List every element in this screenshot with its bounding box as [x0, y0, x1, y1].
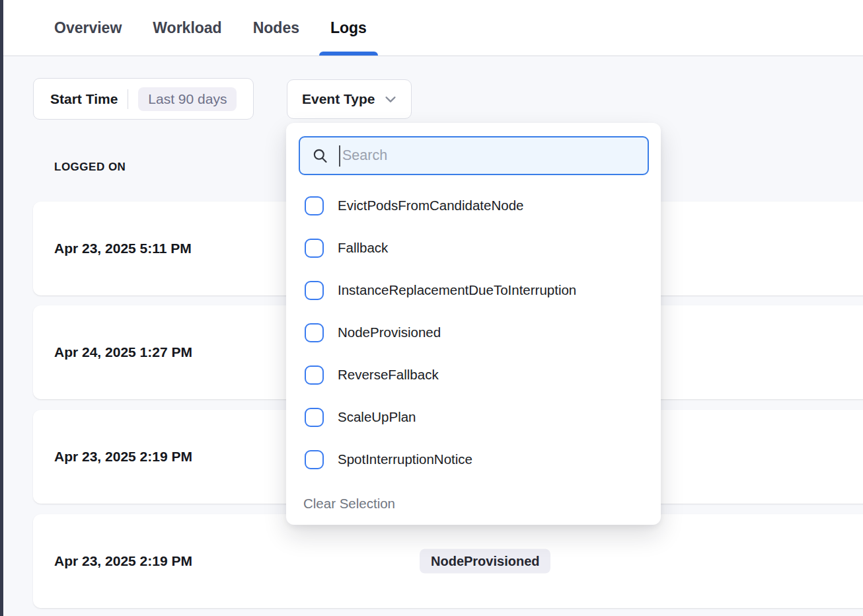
option-reversefallback[interactable]: ReverseFallback	[286, 354, 661, 396]
option-label: EvictPodsFromCandidateNode	[338, 198, 523, 213]
checkbox-unchecked[interactable]	[305, 450, 324, 469]
start-time-filter[interactable]: Start Time Last 90 days	[33, 78, 254, 120]
tab-overview[interactable]: Overview	[54, 0, 122, 56]
option-label: ScaleUpPlan	[338, 409, 416, 425]
tab-bar: Overview Workload Nodes Logs	[3, 0, 863, 56]
log-row[interactable]: Apr 23, 2025 2:19 PM NodeProvisioned	[33, 514, 863, 608]
checkbox-unchecked[interactable]	[305, 323, 324, 342]
option-scaleupplan[interactable]: ScaleUpPlan	[286, 396, 661, 438]
event-type-dropdown: EvictPodsFromCandidateNode Fallback Inst…	[286, 123, 661, 525]
logged-on-value: Apr 23, 2025 2:19 PM	[54, 449, 192, 465]
logged-on-value: Apr 23, 2025 2:19 PM	[54, 553, 192, 569]
option-label: Fallback	[338, 240, 388, 256]
dropdown-search[interactable]	[299, 136, 649, 175]
option-fallback[interactable]: Fallback	[286, 227, 661, 269]
event-type-filter-button[interactable]: Event Type	[287, 79, 412, 119]
option-label: NodeProvisioned	[338, 325, 441, 340]
checkbox-unchecked[interactable]	[305, 408, 324, 427]
checkbox-unchecked[interactable]	[305, 239, 324, 258]
search-icon	[311, 147, 329, 165]
checkbox-unchecked[interactable]	[305, 281, 324, 300]
option-evictpodsfromcandidatenode[interactable]: EvictPodsFromCandidateNode	[286, 184, 661, 227]
tab-nodes[interactable]: Nodes	[253, 0, 299, 56]
search-input[interactable]	[340, 147, 638, 164]
option-label: ReverseFallback	[338, 367, 439, 383]
start-time-label: Start Time	[50, 91, 118, 107]
tab-logs[interactable]: Logs	[330, 0, 367, 56]
checkbox-unchecked[interactable]	[305, 196, 324, 215]
option-nodeprovisioned[interactable]: NodeProvisioned	[286, 311, 661, 354]
filter-divider	[128, 89, 128, 109]
logged-on-value: Apr 24, 2025 1:27 PM	[54, 344, 192, 360]
column-header-logged-on: LOGGED ON	[54, 161, 126, 174]
logged-on-value: Apr 23, 2025 5:11 PM	[54, 241, 192, 256]
option-instancereplacementduetointerruption[interactable]: InstanceReplacementDueToInterruption	[286, 269, 661, 311]
event-type-label: Event Type	[302, 91, 375, 107]
event-type-badge: NodeProvisioned	[420, 549, 550, 574]
clear-selection-button[interactable]: Clear Selection	[303, 490, 395, 517]
event-type-options: EvictPodsFromCandidateNode Fallback Inst…	[286, 184, 661, 481]
option-label: InstanceReplacementDueToInterruption	[338, 282, 576, 298]
logs-page: Overview Workload Nodes Logs Start Time …	[0, 0, 863, 616]
start-time-value: Last 90 days	[138, 87, 237, 111]
option-spotinterruptionnotice[interactable]: SpotInterruptionNotice	[286, 438, 661, 481]
option-label: SpotInterruptionNotice	[338, 451, 472, 467]
tab-workload[interactable]: Workload	[153, 0, 221, 56]
sidebar-edge	[0, 0, 3, 616]
checkbox-unchecked[interactable]	[305, 366, 324, 385]
chevron-down-icon	[383, 92, 398, 106]
tabs: Overview Workload Nodes Logs	[3, 0, 863, 56]
